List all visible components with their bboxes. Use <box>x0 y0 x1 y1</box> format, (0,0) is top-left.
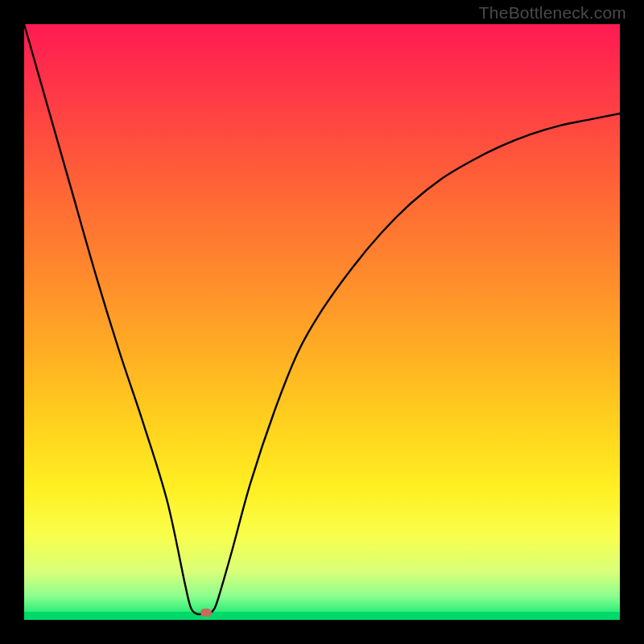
plot-area <box>24 24 620 620</box>
bottleneck-curve <box>24 24 620 620</box>
curve-path <box>24 24 620 614</box>
chart-frame: TheBottleneck.com <box>0 0 644 644</box>
optimal-point-marker <box>200 609 212 617</box>
watermark-text: TheBottleneck.com <box>479 3 626 23</box>
